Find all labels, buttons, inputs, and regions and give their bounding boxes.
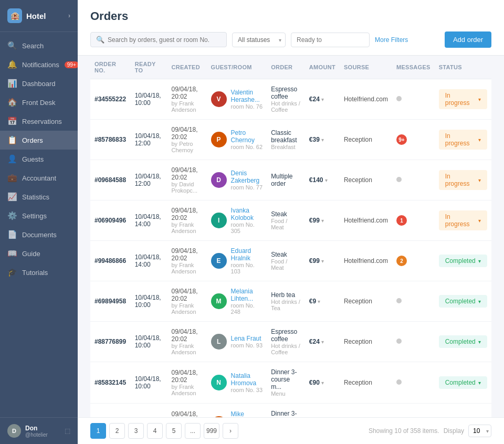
amount-arrow[interactable]: ▾ [321, 258, 324, 264]
page-button[interactable]: 1 [90, 423, 106, 439]
main-content: Orders 🔍 All statuses In progress Comple… [78, 0, 504, 444]
order-name: Steak [271, 210, 301, 218]
status-badge[interactable]: Completed ▾ [439, 376, 487, 389]
guest-name[interactable]: Natalia Hromova [231, 372, 263, 387]
status-cell: Completed ▾ [435, 322, 491, 362]
amount-arrow[interactable]: ▾ [321, 380, 324, 386]
user-avatar: D [7, 424, 21, 438]
order-number: #88776899 [90, 322, 131, 362]
guest-room: room No. 248 [231, 302, 263, 315]
sidebar-item-search[interactable]: 🔍 Search [0, 36, 78, 55]
guest-name[interactable]: Denis Zakerberg [231, 170, 263, 184]
guide-icon: 📖 [7, 249, 17, 258]
col-created: Created [167, 56, 206, 79]
app-name: Hotel [26, 12, 46, 20]
logout-icon[interactable]: ⬚ [65, 427, 70, 435]
sidebar-item-settings[interactable]: ⚙️ Settings [0, 206, 78, 225]
nav-label: Guide [22, 250, 40, 258]
next-page-button[interactable]: › [223, 423, 238, 439]
main-header: Orders 🔍 All statuses In progress Comple… [78, 0, 504, 56]
messages-cell: 1 [392, 200, 435, 241]
status-badge[interactable]: In progress ▾ [439, 210, 487, 230]
guest-name[interactable]: Melania Lihten... [231, 288, 263, 302]
guest-name[interactable]: Ivanka Kolobok [231, 207, 263, 221]
col-ready-to: Ready to [131, 56, 167, 79]
status-filter[interactable]: All statuses In progress Completed [232, 33, 286, 47]
guest-name[interactable]: Valentin Herashe... [231, 89, 263, 103]
nav-label: Search [22, 42, 44, 50]
sidebar-item-notifications[interactable]: 🔔 Notifications 99+ [0, 55, 78, 74]
page-button[interactable]: 3 [128, 423, 144, 439]
add-order-button[interactable]: Add order [445, 31, 491, 48]
ready-to: 10/04/18, 12:00 [131, 120, 167, 160]
sidebar-item-frontdesk[interactable]: 🏠 Front Desk [0, 93, 78, 112]
guest-room: room No. 93 [231, 342, 263, 348]
source: Hotelfriend.com [340, 200, 392, 241]
status-cell: In progress ▾ [435, 200, 491, 241]
guest-name[interactable]: Eduard Hralnik [231, 247, 263, 262]
page-button[interactable]: 2 [109, 423, 125, 439]
order-number: #69894958 [90, 281, 131, 322]
page-button[interactable]: 4 [147, 423, 163, 439]
amount-arrow[interactable]: ▾ [318, 299, 320, 304]
created-date: 09/04/18, 20:02 [171, 328, 202, 343]
amount-arrow[interactable]: ▾ [321, 218, 324, 224]
sidebar-item-reservations[interactable]: 📅 Reservations [0, 112, 78, 131]
guest-info: N Natalia Hromova room No. 33 [211, 372, 263, 393]
amount-arrow[interactable]: ▾ [321, 137, 324, 143]
guest-name[interactable]: Mike Lopes [231, 410, 263, 417]
amount-arrow[interactable]: ▾ [325, 177, 328, 183]
sidebar-item-tutorials[interactable]: 🎓 Tutorials [0, 263, 78, 282]
status-arrow-icon: ▾ [478, 258, 481, 264]
ready-to-input[interactable] [291, 33, 370, 47]
page-button[interactable]: ... [185, 423, 201, 439]
guests-icon: 👤 [7, 154, 17, 164]
status-cell: In progress ▾ [435, 120, 491, 160]
table-body: #34555222 10/04/18, 10:00 09/04/18, 20:0… [90, 79, 491, 418]
sidebar-item-guide[interactable]: 📖 Guide [0, 244, 78, 263]
toolbar: 🔍 All statuses In progress Completed Mor… [90, 31, 491, 55]
amount: €140 [309, 176, 323, 184]
table-row: #99486866 10/04/18, 14:00 09/04/18, 20:0… [90, 241, 491, 281]
table-row: #88776899 10/04/18, 10:00 09/04/18, 20:0… [90, 322, 491, 362]
source: Hotelfriend.com [340, 241, 392, 281]
amount-arrow[interactable]: ▾ [321, 339, 324, 345]
sidebar-item-statistics[interactable]: 📈 Statistics [0, 187, 78, 206]
page-button[interactable]: 999 [204, 423, 219, 439]
status-cell: Completed ▾ [435, 362, 491, 404]
guest-avatar: V [211, 91, 227, 107]
created-date: 09/04/18, 20:02 [171, 166, 202, 181]
logo-icon: 🏨 [7, 8, 22, 23]
amount: €39 [309, 136, 320, 143]
search-input[interactable] [108, 36, 221, 44]
nav-label: Dashboard [22, 80, 56, 88]
more-filters-button[interactable]: More Filters [375, 36, 408, 44]
display-select-wrap: 10 25 50 [468, 425, 491, 437]
page-button[interactable]: 5 [166, 423, 182, 439]
sidebar-item-guests[interactable]: 👤 Guests [0, 150, 78, 168]
created-date: 09/04/18, 20:02 [171, 207, 202, 221]
notifications-icon: 🔔 [7, 60, 17, 69]
amount-arrow[interactable]: ▾ [321, 97, 324, 102]
sidebar-toggle[interactable]: › [68, 12, 70, 19]
status-badge[interactable]: In progress ▾ [439, 130, 487, 150]
status-badge[interactable]: Completed ▾ [439, 335, 487, 348]
status-badge[interactable]: In progress ▾ [439, 89, 487, 109]
sidebar-item-documents[interactable]: 📄 Documents [0, 225, 78, 244]
guest-cell: V Valentin Herashe... room No. 76 [207, 79, 267, 120]
sidebar-item-dashboard[interactable]: 📊 Dashboard [0, 74, 78, 93]
display-select[interactable]: 10 25 50 [468, 425, 491, 437]
sidebar-item-accountant[interactable]: 💼 Accountant [0, 168, 78, 187]
created-cell: 09/04/18, 20:02 by Frank Anderson [167, 200, 206, 241]
created-date: 09/04/18, 20:02 [171, 126, 202, 141]
guest-name[interactable]: Lena Fraut [231, 335, 263, 342]
status-badge[interactable]: Completed ▾ [439, 255, 487, 267]
status-badge[interactable]: Completed ▾ [439, 295, 487, 308]
sidebar-item-orders[interactable]: 📋 Orders [0, 131, 78, 150]
order-number: #06909496 [90, 200, 131, 241]
source: Reception [340, 404, 392, 418]
status-badge[interactable]: In progress ▾ [439, 170, 487, 190]
order-category: Menu [271, 390, 301, 397]
guest-room: room No. 62 [231, 144, 263, 150]
guest-name[interactable]: Petro Chernoy [231, 129, 263, 144]
